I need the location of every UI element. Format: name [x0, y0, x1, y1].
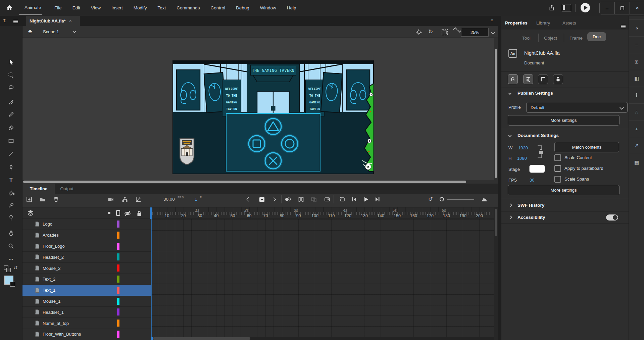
lock-column-icon[interactable]	[136, 210, 142, 218]
document-more-settings-button[interactable]: More settings	[508, 185, 620, 195]
playhead-marker[interactable]	[150, 207, 152, 219]
asset-warp-tool[interactable]	[5, 212, 17, 224]
menu-item[interactable]: Control	[210, 5, 226, 10]
line-tool[interactable]	[5, 148, 17, 159]
camera-button[interactable]	[106, 194, 116, 205]
tab-assets[interactable]: Assets	[562, 20, 576, 26]
menu-item[interactable]: Commands	[176, 5, 200, 10]
tab-timeline[interactable]: Timeline	[22, 184, 55, 194]
layer-row[interactable]: Logo	[22, 219, 151, 230]
layer-row[interactable]: Arcades	[22, 230, 151, 241]
edit-scene-icon[interactable]: ♣	[28, 28, 32, 35]
rulers-button[interactable]	[538, 74, 548, 84]
match-contents-button[interactable]: Match contents	[554, 142, 619, 152]
app-menu-animate[interactable]: Animate	[24, 5, 41, 10]
swf-history-title[interactable]: SWF History	[517, 203, 544, 208]
selection-tool[interactable]	[5, 56, 17, 68]
layer-row[interactable]: Floor_With_Buttons	[22, 329, 151, 340]
height-value[interactable]: 1080	[517, 156, 527, 161]
timeline-zoom-max-button[interactable]	[479, 194, 489, 205]
timeline-zoom-knob[interactable]	[440, 197, 444, 201]
layer-row[interactable]: Name_at_top	[22, 318, 151, 329]
reset-timeline-zoom-icon[interactable]: ↺	[428, 196, 433, 202]
properties-panel-menu-icon[interactable]	[621, 25, 626, 28]
layer-color-swatch[interactable]	[117, 276, 119, 283]
delete-layer-button[interactable]	[51, 194, 61, 205]
scale-content-checkbox[interactable]	[554, 154, 561, 161]
center-stage-button[interactable]	[415, 28, 423, 36]
timeline-hscrollbar-thumb[interactable]	[153, 337, 250, 340]
dock-panel-icon[interactable]: ∴	[629, 103, 644, 120]
dock-panel-icon[interactable]: ≡	[629, 36, 644, 53]
menu-item[interactable]: Debug	[235, 5, 250, 10]
loop-playback-button[interactable]	[337, 194, 347, 205]
layer-color-swatch[interactable]	[117, 287, 119, 294]
free-transform-tool[interactable]	[5, 69, 17, 81]
canvas-vscrollbar-thumb[interactable]	[495, 49, 497, 178]
profile-select[interactable]: Default	[526, 102, 628, 113]
eyedropper-tool[interactable]	[5, 200, 17, 211]
dock-panel-icon[interactable]: ⊞	[629, 53, 644, 70]
dock-panel-icon[interactable]: ℹ	[629, 87, 644, 103]
layer-color-swatch[interactable]	[117, 232, 119, 239]
tab-properties[interactable]: Properties	[505, 20, 528, 26]
hide-column-icon[interactable]	[124, 210, 131, 218]
insert-keyframe-button[interactable]	[257, 194, 267, 205]
dock-panel-icon[interactable]: ↗	[629, 137, 644, 154]
onion-skin-outlines-button[interactable]	[296, 194, 306, 205]
layer-row[interactable]: Headset_2	[22, 252, 151, 263]
show-depth-button[interactable]	[133, 194, 143, 205]
share-button[interactable]	[546, 3, 557, 13]
menu-item[interactable]: Modify	[133, 5, 148, 10]
publish-more-settings-button[interactable]: More settings	[508, 115, 620, 126]
new-layer-button[interactable]	[24, 194, 34, 205]
zoom-tool[interactable]	[5, 240, 17, 252]
zoom-level-input[interactable]: 25%	[461, 28, 489, 37]
reset-colors-icon[interactable]: ↺	[13, 265, 18, 271]
menu-item[interactable]: Edit	[72, 5, 81, 10]
step-back-button[interactable]	[349, 194, 359, 205]
clip-content-button[interactable]	[442, 29, 448, 35]
menu-item[interactable]: View	[90, 5, 101, 10]
snap-align-button[interactable]	[523, 74, 533, 84]
hand-tool[interactable]	[5, 228, 17, 239]
menu-item[interactable]: File	[54, 5, 62, 10]
collapse-panel-icon[interactable]: «	[491, 17, 493, 22]
document-tab[interactable]: NightClub AA.fla* ×	[26, 16, 80, 26]
tools-panel-menu-icon[interactable]	[13, 20, 18, 23]
layer-row[interactable]: Mouse_1	[22, 296, 151, 307]
link-dimensions-button[interactable]	[535, 144, 545, 161]
dock-panel-icon[interactable]: ◑	[629, 19, 644, 36]
pen-tool[interactable]	[5, 162, 17, 173]
layer-color-swatch[interactable]	[117, 308, 119, 315]
play-button[interactable]	[361, 194, 371, 205]
layer-row[interactable]: Mouse_2	[22, 263, 151, 274]
home-button[interactable]	[3, 2, 15, 14]
apply-pasteboard-checkbox[interactable]	[554, 165, 561, 172]
document-tab-close-icon[interactable]: ×	[69, 18, 72, 23]
subtab-tool[interactable]: Tool	[522, 36, 531, 41]
layer-row[interactable]: Text_1	[22, 285, 151, 296]
layer-color-swatch[interactable]	[117, 264, 119, 272]
lock-guides-button[interactable]	[553, 74, 563, 84]
tab-library[interactable]: Library	[536, 20, 550, 26]
minimize-button[interactable]: –	[600, 2, 614, 14]
insert-frame-button[interactable]	[322, 194, 332, 205]
menu-item[interactable]: Window	[259, 5, 277, 10]
layer-row[interactable]: Headset_1	[22, 307, 151, 318]
width-value[interactable]: 1920	[518, 145, 528, 150]
highlight-column-icon[interactable]	[116, 210, 120, 216]
dock-panel-icon[interactable]: ◧	[629, 70, 644, 87]
classic-brush-tool[interactable]	[5, 109, 17, 120]
eraser-tool[interactable]	[5, 122, 17, 133]
fps-setting-value[interactable]: 30	[530, 178, 534, 183]
document-settings-title[interactable]: Document Settings	[517, 133, 559, 138]
current-frame-value[interactable]: 1	[195, 197, 197, 202]
timeline-zoom-slider[interactable]	[447, 199, 474, 200]
accessibility-title[interactable]: Accessibility	[517, 215, 545, 220]
test-movie-button[interactable]	[581, 3, 590, 12]
stage-color-swatch[interactable]	[529, 165, 545, 173]
subtab-object[interactable]: Object	[544, 36, 557, 41]
subtab-frame[interactable]: Frame	[569, 36, 583, 41]
frames-grid[interactable]	[151, 219, 494, 337]
